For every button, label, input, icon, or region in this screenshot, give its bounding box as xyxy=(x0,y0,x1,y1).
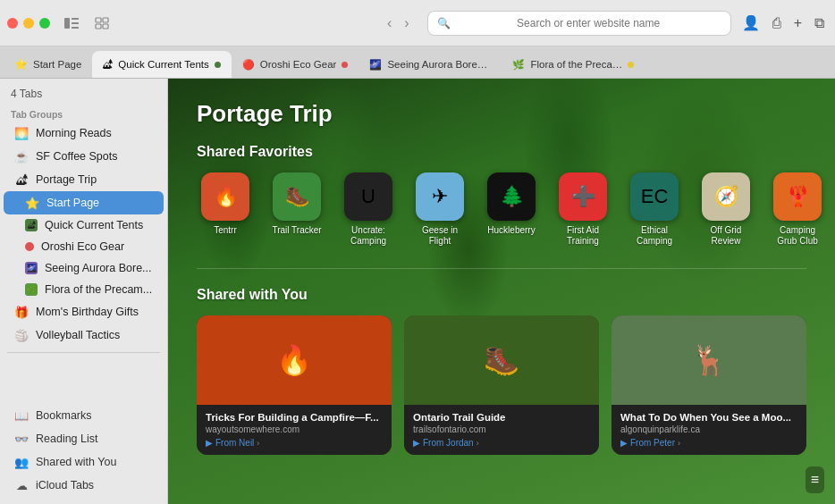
shared-card-campfire[interactable]: 🔥 Tricks For Building a Campfire—F... wa… xyxy=(197,315,392,455)
svg-rect-6 xyxy=(96,24,101,29)
sidebar-bottom-icloud-tabs[interactable]: ☁ iCloud Tabs xyxy=(4,474,164,497)
bottom-icon: 👥 xyxy=(14,455,29,469)
card-from-campfire[interactable]: ▶ From Neil › xyxy=(206,438,383,448)
tab-overview-button[interactable] xyxy=(89,11,114,36)
fav-label-tentrr: Tentrr xyxy=(214,225,237,236)
favorite-tentrr[interactable]: 🔥 Tentrr xyxy=(197,172,254,247)
page-title: Portage Trip xyxy=(197,100,806,128)
search-input[interactable] xyxy=(456,17,721,29)
tabs-row: ⭐ Start Page🏕Quick Current Tents🔴Oroshi … xyxy=(0,46,835,79)
favorite-ethical-camping[interactable]: EC Ethical Camping xyxy=(626,172,683,247)
card-url-moose: algonquinparklife.ca xyxy=(620,424,797,434)
sidebar-item-moms-birthday[interactable]: 🎁 Mom's Birthday Gifts xyxy=(4,300,164,323)
toolbar-right: 👤 ⎙ + ⧉ xyxy=(738,13,828,33)
sidebar-bottom-shared-with-you[interactable]: 👥 Shared with You xyxy=(4,450,164,474)
window-controls xyxy=(7,18,50,29)
search-bar[interactable]: 🔍 xyxy=(427,11,731,36)
back-button[interactable]: ‹ xyxy=(382,12,397,35)
sidebar-item-morning-reads[interactable]: 🌅 Morning Reads xyxy=(4,122,164,145)
svg-rect-4 xyxy=(96,18,101,22)
favicon-img: 🏕 xyxy=(25,219,38,231)
share-profiles-button[interactable]: 👤 xyxy=(738,13,763,33)
card-from-moose[interactable]: ▶ From Peter › xyxy=(620,438,797,448)
nav-buttons: ‹ › xyxy=(382,12,415,35)
sidebar-sub-seeing-aurora[interactable]: 🌌Seeing Aurora Bore... xyxy=(4,257,164,279)
sidebar-bottom-label: Bookmarks xyxy=(36,409,92,422)
tab-favicon: 🌿 xyxy=(512,59,525,71)
close-button[interactable] xyxy=(7,18,18,29)
tab-seeing-aurora[interactable]: 🌌Seeing Aurora Boreali... xyxy=(358,51,502,78)
svg-rect-3 xyxy=(72,27,79,29)
group-icon: ☕ xyxy=(14,149,29,164)
tab-flora[interactable]: 🌿Flora of the Precambi... xyxy=(502,51,645,78)
sidebar-sub-label: Seeing Aurora Bore... xyxy=(45,262,152,274)
fav-label-ethical-camping: Ethical Camping xyxy=(628,225,680,247)
content-scroll: Portage Trip Shared Favorites 🔥 Tentrr 🥾… xyxy=(168,79,835,476)
sidebar-bottom-label: Reading List xyxy=(36,433,98,445)
favorite-off-grid-review[interactable]: 🧭 Off Grid Review xyxy=(697,172,755,247)
main-layout: 4 Tabs Tab Groups 🌅 Morning Reads☕ SF Co… xyxy=(0,79,835,504)
card-image-ontario-trail: 🥾 xyxy=(404,315,599,405)
sidebar-item-label: Volleyball Tactics xyxy=(36,329,120,341)
card-title-ontario-trail: Ontario Trail Guide xyxy=(413,412,590,423)
shared-card-moose[interactable]: 🦌 What To Do When You See a Moo... algon… xyxy=(611,315,806,455)
favorite-geese-in-flight[interactable]: ✈ Geese in Flight xyxy=(411,172,468,247)
fav-icon-tentrr: 🔥 xyxy=(201,172,249,221)
sidebar-sub-label: Oroshi Eco Gear xyxy=(41,240,124,253)
sidebar-item-label: Portage Trip xyxy=(36,173,97,186)
card-body-campfire: Tricks For Building a Campfire—F... wayo… xyxy=(197,405,392,455)
sidebar-sub-flora[interactable]: 🌿Flora of the Precam... xyxy=(4,279,164,300)
shared-favorites-title: Shared Favorites xyxy=(197,144,806,160)
sidebar-item-sf-coffee-spots[interactable]: ☕ SF Coffee Spots xyxy=(4,145,164,168)
sidebar-sub-label: Start Page xyxy=(46,197,99,209)
sidebar-item-volleyball[interactable]: 🏐 Volleyball Tactics xyxy=(4,323,164,347)
tab-quick-current-tents[interactable]: 🏕Quick Current Tents xyxy=(92,51,231,78)
sidebar-item-portage-trip[interactable]: 🏕 Portage Trip xyxy=(4,168,164,191)
fav-label-trail-tracker: Trail Tracker xyxy=(272,225,321,236)
tab-label: Quick Current Tents xyxy=(118,59,208,70)
favorite-camping-grub-club[interactable]: 🦞 Camping Grub Club xyxy=(769,172,826,247)
svg-rect-5 xyxy=(103,18,108,22)
tab-label: Seeing Aurora Boreali... xyxy=(387,59,491,70)
tab-favicon: 🌌 xyxy=(369,59,382,71)
shared-card-ontario-trail[interactable]: 🥾 Ontario Trail Guide trailsofontario.co… xyxy=(404,315,599,455)
favorite-first-aid-training[interactable]: ➕ First Aid Training xyxy=(554,172,611,247)
tabs-count: 4 Tabs xyxy=(0,86,167,105)
customize-button[interactable]: ≡ xyxy=(805,466,824,493)
fav-icon-uncrate-camping: U xyxy=(344,172,392,221)
favorite-uncrate-camping[interactable]: U Uncrate: Camping xyxy=(340,172,397,247)
group-icon: 🌅 xyxy=(14,126,29,140)
group-icon: 🎁 xyxy=(14,305,29,319)
titlebar: ‹ › 🔍 👤 ⎙ + ⧉ xyxy=(0,0,835,46)
sidebar-sub-oroshi-eco-gear[interactable]: Oroshi Eco Gear xyxy=(4,236,164,257)
svg-rect-7 xyxy=(103,24,108,29)
fav-icon-huckleberry: 🌲 xyxy=(487,172,536,221)
minimize-button[interactable] xyxy=(23,18,34,29)
tab-oroshi-eco-gear[interactable]: 🔴Oroshi Eco Gear xyxy=(232,51,359,78)
new-tab-button[interactable]: + xyxy=(790,13,805,33)
sidebar-sub-start-page[interactable]: ⭐Start Page xyxy=(4,191,164,214)
sidebar-item-label: SF Coffee Spots xyxy=(36,150,118,163)
bottom-icon: ☁ xyxy=(14,478,29,492)
favorite-trail-tracker[interactable]: 🥾 Trail Tracker xyxy=(268,172,325,247)
maximize-button[interactable] xyxy=(39,18,50,29)
share-button[interactable]: ⎙ xyxy=(769,13,785,33)
sidebar-toggle-button[interactable] xyxy=(59,11,84,36)
sidebar-sub-quick-current-tents[interactable]: 🏕Quick Current Tents xyxy=(4,214,164,236)
shared-grid: 🔥 Tricks For Building a Campfire—F... wa… xyxy=(197,315,806,455)
forward-button[interactable]: › xyxy=(399,12,414,35)
sidebar-item-label: Mom's Birthday Gifts xyxy=(36,306,139,318)
favorites-grid: 🔥 Tentrr 🥾 Trail Tracker U Uncrate: Camp… xyxy=(197,172,806,247)
tab-grid-button[interactable]: ⧉ xyxy=(811,13,828,33)
card-title-moose: What To Do When You See a Moo... xyxy=(620,412,797,423)
tab-dot xyxy=(215,62,221,68)
card-from-ontario-trail[interactable]: ▶ From Jordan › xyxy=(413,438,590,448)
favorite-huckleberry[interactable]: 🌲 Huckleberry xyxy=(483,172,540,247)
card-image-moose: 🦌 xyxy=(611,315,806,405)
sidebar-divider xyxy=(7,352,160,353)
sidebar-bottom-reading-list[interactable]: 👓 Reading List xyxy=(4,427,164,450)
section-divider xyxy=(197,268,806,269)
card-body-moose: What To Do When You See a Moo... algonqu… xyxy=(611,405,806,455)
tab-start[interactable]: ⭐ Start Page xyxy=(4,51,92,78)
sidebar-bottom-bookmarks[interactable]: 📖 Bookmarks xyxy=(4,404,164,427)
